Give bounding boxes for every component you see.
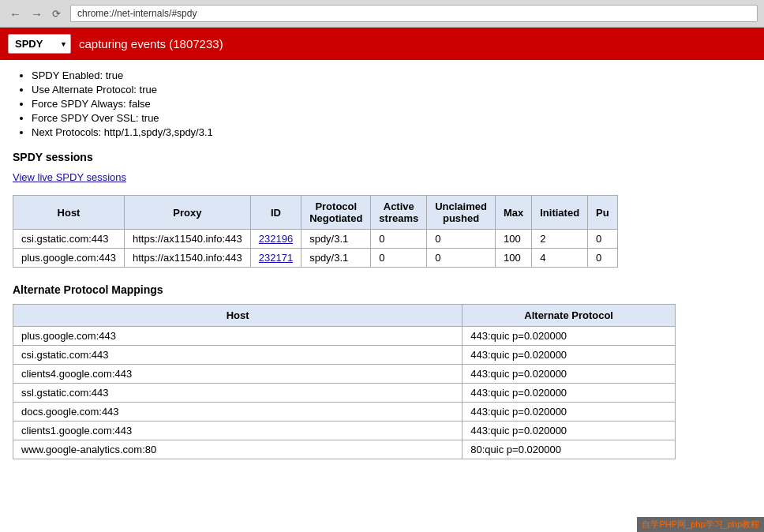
row2-protocol: spdy/3.1 <box>301 249 371 268</box>
spdy-heading: SPDY sessions <box>13 151 751 163</box>
back-button[interactable]: ← <box>6 6 24 22</box>
row1-pu: 0 <box>588 230 618 249</box>
alt-row1-protocol: 443:quic p=0.020000 <box>463 327 676 346</box>
list-item: csi.gstatic.com:443 443:quic p=0.020000 <box>13 346 676 365</box>
table-row: csi.gstatic.com:443 https://ax11540.info… <box>13 230 618 249</box>
info-item-1: SPDY Enabled: true <box>32 69 751 81</box>
col-proxy: Proxy <box>124 196 250 230</box>
row1-id[interactable]: 232196 <box>250 230 301 249</box>
alt-row3-protocol: 443:quic p=0.020000 <box>463 365 676 384</box>
row1-initiated: 2 <box>532 230 588 249</box>
live-sessions-link[interactable]: View live SPDY sessions <box>13 171 126 183</box>
alt-col-protocol: Alternate Protocol <box>463 305 676 327</box>
row1-unclaimed: 0 <box>427 230 496 249</box>
section-dropdown[interactable]: SPDY DNS Sockets HTTP/2 Proxy <box>8 34 71 54</box>
row2-active: 0 <box>371 249 427 268</box>
browser-bar: ← → ⟳ chrome://net-internals/#spdy <box>0 0 764 28</box>
col-pu: Pu <box>588 196 618 230</box>
alt-heading: Alternate Protocol Mappings <box>13 283 751 296</box>
alt-row7-protocol: 80:quic p=0.020000 <box>463 440 676 459</box>
dropdown-wrapper[interactable]: SPDY DNS Sockets HTTP/2 Proxy <box>8 34 71 54</box>
row2-unclaimed: 0 <box>427 249 496 268</box>
alt-row2-protocol: 443:quic p=0.020000 <box>463 346 676 365</box>
col-active: Active streams <box>371 196 427 230</box>
alt-row6-protocol: 443:quic p=0.020000 <box>463 421 676 440</box>
alt-row5-protocol: 443:quic p=0.020000 <box>463 403 676 421</box>
alt-row1-host: plus.google.com:443 <box>13 327 463 346</box>
address-bar[interactable]: chrome://net-internals/#spdy <box>70 5 758 22</box>
toolbar: SPDY DNS Sockets HTTP/2 Proxy capturing … <box>0 28 764 60</box>
list-item: www.google-analytics.com:80 80:quic p=0.… <box>13 440 676 459</box>
list-item: docs.google.com:443 443:quic p=0.020000 <box>13 403 676 421</box>
alt-col-host: Host <box>13 305 463 327</box>
main-content: SPDY Enabled: true Use Alternate Protoco… <box>0 60 764 469</box>
col-initiated: Initiated <box>532 196 588 230</box>
alt-protocol-table: Host Alternate Protocol plus.google.com:… <box>13 304 676 459</box>
row1-proxy: https://ax11540.info:443 <box>124 230 250 249</box>
row2-pu: 0 <box>588 249 618 268</box>
list-item: clients1.google.com:443 443:quic p=0.020… <box>13 421 676 440</box>
list-item: ssl.gstatic.com:443 443:quic p=0.020000 <box>13 384 676 403</box>
col-protocol: Protocol Negotiated <box>301 196 371 230</box>
alt-row6-host: clients1.google.com:443 <box>13 421 463 440</box>
row1-host: csi.gstatic.com:443 <box>13 230 125 249</box>
col-id: ID <box>250 196 301 230</box>
info-item-3: Force SPDY Always: false <box>32 98 751 110</box>
list-item: clients4.google.com:443 443:quic p=0.020… <box>13 365 676 384</box>
info-item-4: Force SPDY Over SSL: true <box>32 112 751 124</box>
col-max: Max <box>495 196 531 230</box>
table-row: plus.google.com:443 https://ax11540.info… <box>13 249 618 268</box>
nav-buttons: ← → ⟳ <box>6 6 64 22</box>
forward-button[interactable]: → <box>28 6 46 22</box>
alt-row5-host: docs.google.com:443 <box>13 403 463 421</box>
row2-proxy: https://ax11540.info:443 <box>124 249 250 268</box>
alt-row3-host: clients4.google.com:443 <box>13 365 463 384</box>
alt-row2-host: csi.gstatic.com:443 <box>13 346 463 365</box>
row2-id[interactable]: 232171 <box>250 249 301 268</box>
spdy-table: Host Proxy ID Protocol Negotiated Active… <box>13 195 618 268</box>
alt-row4-host: ssl.gstatic.com:443 <box>13 384 463 403</box>
info-item-5: Next Protocols: http/1.1,spdy/3,spdy/3.1 <box>32 126 751 138</box>
row2-host: plus.google.com:443 <box>13 249 125 268</box>
reload-button[interactable]: ⟳ <box>49 6 64 22</box>
info-item-2: Use Alternate Protocol: true <box>32 84 751 96</box>
alt-row4-protocol: 443:quic p=0.020000 <box>463 384 676 403</box>
row2-initiated: 4 <box>532 249 588 268</box>
list-item: plus.google.com:443 443:quic p=0.020000 <box>13 327 676 346</box>
info-list: SPDY Enabled: true Use Alternate Protoco… <box>13 69 751 138</box>
row1-active: 0 <box>371 230 427 249</box>
row2-max: 100 <box>495 249 531 268</box>
alt-row7-host: www.google-analytics.com:80 <box>13 440 463 459</box>
col-host: Host <box>13 196 125 230</box>
row1-protocol: spdy/3.1 <box>301 230 371 249</box>
col-unclaimed: Unclaimed pushed <box>427 196 496 230</box>
toolbar-status: capturing events (1807233) <box>79 37 223 51</box>
row1-max: 100 <box>495 230 531 249</box>
